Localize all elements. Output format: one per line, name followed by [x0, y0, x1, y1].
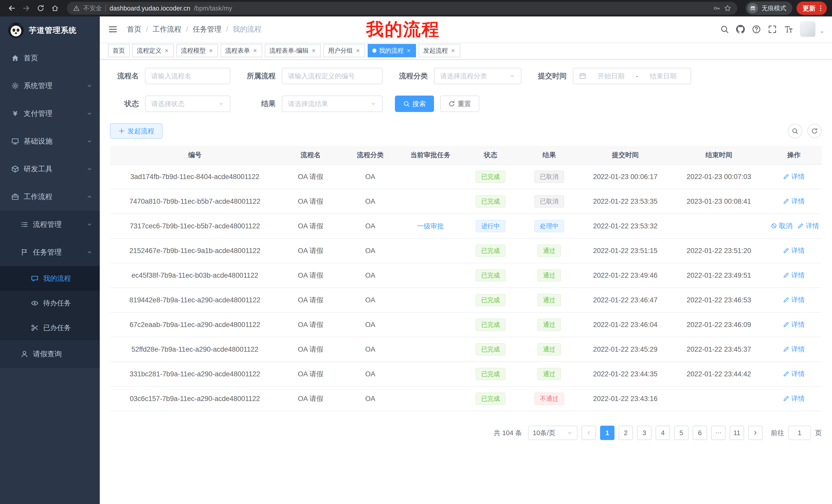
header-search-icon[interactable]	[718, 23, 731, 35]
tab-start-process[interactable]: 发起流程	[419, 44, 460, 57]
search-button[interactable]: 搜索	[395, 95, 434, 112]
submit-time-range[interactable]: 开始日期 - 结束日期	[573, 68, 691, 84]
close-icon[interactable]	[253, 48, 258, 53]
table-refresh-icon[interactable]	[807, 124, 822, 138]
cell-end-time: 2022-01-22 23:46:09	[672, 312, 766, 337]
close-icon[interactable]	[164, 48, 169, 53]
font-size-icon[interactable]	[782, 23, 795, 35]
next-page-button[interactable]	[748, 426, 762, 440]
close-icon[interactable]	[208, 48, 213, 53]
page-button-3[interactable]: 3	[637, 426, 651, 440]
category-select[interactable]: 请选择流程分类	[434, 68, 521, 84]
breadcrumb-item[interactable]: 任务管理	[193, 24, 222, 34]
reset-button[interactable]: 重置	[440, 95, 479, 112]
sidebar-item-task-mgmt[interactable]: 任务管理	[0, 239, 100, 266]
incognito-icon	[748, 3, 758, 13]
sidebar-item-leave-query[interactable]: 请假查询	[0, 340, 100, 368]
cell-category: OA	[341, 337, 399, 362]
parent-process-input[interactable]	[282, 68, 383, 84]
sidebar-item-system[interactable]: 系统管理	[0, 72, 100, 100]
detail-link[interactable]: 详情	[783, 246, 805, 255]
detail-link[interactable]: 详情	[783, 296, 805, 304]
browser-home-icon[interactable]	[48, 2, 62, 15]
detail-link[interactable]: 详情	[783, 271, 805, 280]
cell-id: ec45f38f-7b9a-11ec-b03b-acde48001122	[110, 263, 280, 288]
cancel-link[interactable]: 取消	[771, 221, 792, 230]
browser-reload-icon[interactable]	[34, 2, 47, 15]
page-button-1[interactable]: 1	[600, 426, 615, 440]
detail-link[interactable]: 详情	[783, 394, 805, 403]
tab-my-process[interactable]: 我的流程	[368, 44, 416, 57]
cell-end-time: 2022-01-22 23:49:51	[672, 263, 766, 288]
page-button-11[interactable]: 11	[730, 426, 744, 440]
toggle-search-icon[interactable]	[788, 124, 802, 138]
key-icon[interactable]	[713, 5, 721, 12]
breadcrumb-item[interactable]: 首页	[127, 24, 141, 34]
process-name-input[interactable]	[145, 68, 230, 84]
detail-link-label: 详情	[791, 172, 805, 181]
create-process-button[interactable]: 发起流程	[110, 123, 162, 139]
result-select[interactable]: 请选择流结果	[282, 95, 383, 112]
status-tag: 已完成	[476, 245, 505, 257]
sidebar-item-home[interactable]: 首页	[0, 44, 100, 72]
tab-process-form-edit[interactable]: 流程表单-编辑	[265, 44, 321, 57]
tab-process-form[interactable]: 流程表单	[220, 44, 262, 57]
page-size-select[interactable]: 10条/页	[528, 426, 577, 440]
tab-process-model[interactable]: 流程模型	[176, 44, 218, 57]
github-icon[interactable]	[734, 23, 747, 35]
tab-process-definition[interactable]: 流程定义	[132, 44, 174, 57]
approval-task-link[interactable]: 一级审批	[417, 222, 444, 231]
more-pages-button[interactable]	[711, 426, 726, 440]
detail-link[interactable]: 详情	[783, 369, 805, 379]
user-avatar[interactable]	[800, 22, 815, 37]
cell-result: 通过	[519, 239, 579, 263]
cell-submit-time: 2022-01-22 23:46:04	[579, 312, 672, 337]
close-icon[interactable]	[406, 48, 411, 53]
sidebar-item-process-mgmt[interactable]: 流程管理	[0, 211, 100, 239]
address-bar[interactable]: 不安全 dashboard.yudao.iocoder.cn/bpm/task/…	[67, 2, 737, 15]
detail-link[interactable]: 详情	[783, 345, 805, 354]
close-icon[interactable]	[355, 48, 361, 53]
page-button-2[interactable]: 2	[619, 426, 633, 440]
browser-forward-icon[interactable]	[20, 2, 33, 15]
cell-id: 2152467e-7b9b-11ec-9a1b-acde48001122	[110, 239, 280, 263]
caret-down-icon[interactable]	[819, 30, 825, 35]
sidebar-item-my-process[interactable]: 我的流程	[0, 266, 100, 291]
close-icon[interactable]	[450, 48, 456, 53]
cell-status: 已完成	[462, 386, 519, 411]
close-icon[interactable]	[311, 48, 316, 53]
table-row: 52ffd28e-7b9a-11ec-a290-acde48001122OA 请…	[110, 337, 822, 362]
detail-link[interactable]: 详情	[783, 172, 805, 181]
home-icon	[11, 54, 19, 62]
sidebar-item-todo-tasks[interactable]: 待办任务	[0, 291, 100, 315]
tab-home[interactable]: 首页	[108, 44, 130, 57]
tab-label: 用户分组	[328, 47, 353, 55]
page-button-5[interactable]: 5	[674, 426, 688, 440]
result-tag: 通过	[537, 368, 561, 380]
goto-page-input[interactable]	[788, 426, 811, 440]
page-button-4[interactable]: 4	[656, 426, 670, 440]
breadcrumb-item[interactable]: 我的流程	[233, 24, 261, 34]
fullscreen-icon[interactable]	[766, 23, 779, 35]
update-button[interactable]: 更新	[797, 2, 827, 15]
help-icon[interactable]	[750, 23, 762, 35]
page-button-6[interactable]: 6	[693, 426, 707, 440]
status-select[interactable]: 请选择状态	[145, 95, 230, 112]
cancel-link-label: 取消	[779, 221, 792, 230]
detail-link[interactable]: 详情	[783, 320, 805, 329]
sidebar-item-workflow[interactable]: 工作流程	[0, 183, 100, 211]
breadcrumb-item[interactable]: 工作流程	[153, 24, 182, 34]
tab-user-group[interactable]: 用户分组	[323, 44, 365, 57]
sidebar-item-devtools[interactable]: 研发工具	[0, 155, 100, 183]
browser-menu-dots-icon[interactable]	[817, 5, 824, 12]
prev-page-button[interactable]	[581, 426, 596, 440]
cell-status: 已完成	[462, 312, 519, 337]
detail-link[interactable]: 详情	[798, 221, 819, 230]
bookmark-star-icon[interactable]	[724, 5, 731, 12]
sidebar-toggle-icon[interactable]	[108, 24, 118, 34]
detail-link[interactable]: 详情	[783, 197, 805, 206]
sidebar-item-done-tasks[interactable]: 已办任务	[0, 315, 100, 340]
sidebar-item-payment[interactable]: ¥支付管理	[0, 100, 100, 128]
sidebar-item-infrastructure[interactable]: 基础设施	[0, 128, 100, 155]
browser-back-icon[interactable]	[5, 2, 19, 15]
